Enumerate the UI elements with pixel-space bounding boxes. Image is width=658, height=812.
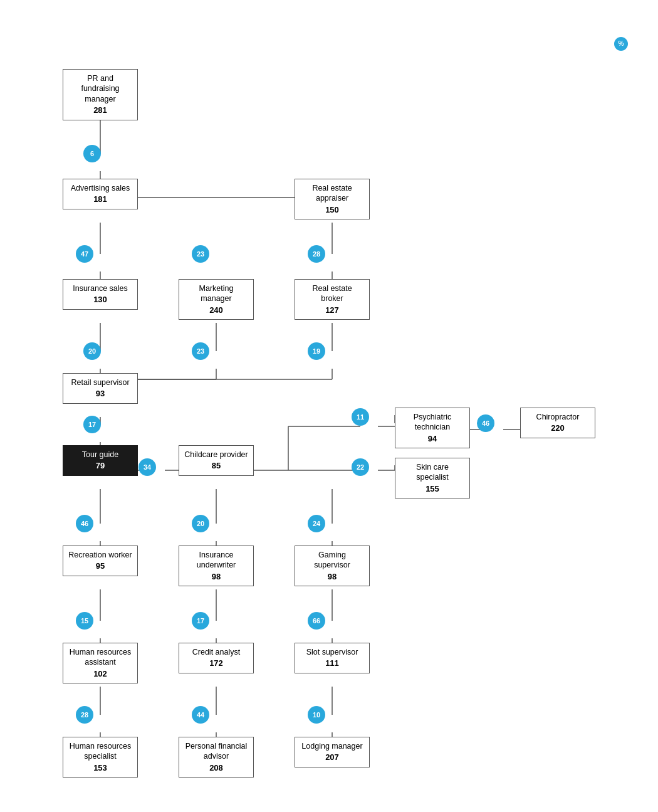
job-salary-lodging: 207 (300, 752, 364, 763)
job-name-pr: PR and fundraising manager (68, 73, 132, 104)
connector-c4: 28 (308, 245, 325, 263)
connector-c8: 17 (83, 416, 101, 433)
connector-c10: 11 (352, 408, 369, 426)
job-salary-skin: 155 (400, 484, 464, 495)
job-name-retail: Retail supervisor (68, 377, 132, 388)
job-box-pfa: Personal financial advisor208 (179, 737, 254, 778)
job-box-psych: Psychiatric technician94 (395, 408, 470, 448)
job-name-tour: Tour guide (68, 450, 132, 460)
job-box-adv: Advertising sales181 (63, 179, 138, 209)
connector-c3: 23 (192, 245, 209, 263)
job-box-real_broker: Real estate broker127 (295, 279, 370, 320)
job-name-psych: Psychiatric technician (400, 412, 464, 433)
connector-c1: 6 (83, 145, 101, 162)
job-name-lodging: Lodging manager (300, 741, 364, 751)
job-box-pr: PR and fundraising manager281 (63, 69, 138, 120)
job-box-ins: Insurance sales130 (63, 279, 138, 310)
job-salary-retail: 93 (68, 389, 132, 399)
job-name-chiro: Chiropractor (526, 412, 590, 422)
job-name-child: Childcare provider (184, 450, 248, 460)
job-salary-pr: 281 (68, 105, 132, 116)
job-name-skin: Skin care specialist (400, 462, 464, 483)
job-box-tour: Tour guide79 (63, 445, 138, 476)
connector-c9: 34 (138, 458, 156, 476)
connector-c19: 28 (76, 706, 93, 724)
job-salary-real_appraiser: 150 (300, 205, 364, 216)
job-name-hr_asst: Human resources assistant (68, 647, 132, 668)
job-box-retail: Retail supervisor93 (63, 373, 138, 404)
job-box-hr_asst: Human resources assistant102 (63, 643, 138, 683)
connector-c18: 66 (308, 612, 325, 630)
job-box-gaming: Gaming supervisor98 (295, 546, 370, 586)
job-salary-ins: 130 (68, 295, 132, 305)
connector-c14: 20 (192, 515, 209, 532)
job-name-mkt: Marketing manager (184, 283, 248, 304)
job-name-pfa: Personal financial advisor (184, 741, 248, 762)
job-salary-gaming: 98 (300, 572, 364, 583)
job-salary-hr_spec: 153 (68, 763, 132, 774)
job-box-lodging: Lodging manager207 (295, 737, 370, 767)
job-box-chiro: Chiropractor220 (520, 408, 595, 438)
connector-c7: 19 (308, 342, 325, 360)
job-box-rec: Recreation worker95 (63, 546, 138, 576)
connector-c11: 46 (477, 414, 494, 432)
job-salary-ins_under: 98 (184, 572, 248, 583)
job-salary-adv: 181 (68, 194, 132, 205)
job-salary-child: 85 (184, 461, 248, 472)
job-name-ins_under: Insurance underwriter (184, 550, 248, 571)
job-box-real_appraiser: Real estate appraiser150 (295, 179, 370, 219)
job-salary-mkt: 240 (184, 305, 248, 316)
connector-c6: 23 (192, 342, 209, 360)
connector-c16: 15 (76, 612, 93, 630)
connector-c15: 24 (308, 515, 325, 532)
job-name-adv: Advertising sales (68, 183, 132, 193)
job-box-ins_under: Insurance underwriter98 (179, 546, 254, 586)
job-name-real_appraiser: Real estate appraiser (300, 183, 364, 204)
job-box-hr_spec: Human resources specialist153 (63, 737, 138, 778)
job-name-hr_spec: Human resources specialist (68, 741, 132, 762)
job-box-child: Childcare provider85 (179, 445, 254, 476)
connector-c21: 10 (308, 706, 325, 724)
job-box-credit: Credit analyst172 (179, 643, 254, 673)
connector-c20: 44 (192, 706, 209, 724)
job-salary-chiro: 220 (526, 423, 590, 434)
connector-c12: 22 (352, 458, 369, 476)
job-salary-rec: 95 (68, 561, 132, 572)
job-box-slot: Slot supervisor111 (295, 643, 370, 673)
job-salary-hr_asst: 102 (68, 669, 132, 680)
connector-c17: 17 (192, 612, 209, 630)
job-salary-credit: 172 (184, 658, 248, 669)
job-salary-real_broker: 127 (300, 305, 364, 316)
job-name-gaming: Gaming supervisor (300, 550, 364, 571)
job-salary-pfa: 208 (184, 763, 248, 774)
job-name-ins: Insurance sales (68, 283, 132, 293)
connector-c5: 20 (83, 342, 101, 360)
job-name-slot: Slot supervisor (300, 647, 364, 657)
job-box-skin: Skin care specialist155 (395, 458, 470, 498)
job-salary-slot: 111 (300, 658, 364, 669)
diagram: PR and fundraising manager281Advertising… (25, 31, 620, 803)
job-name-real_broker: Real estate broker (300, 283, 364, 304)
job-name-credit: Credit analyst (184, 647, 248, 657)
job-name-rec: Recreation worker (68, 550, 132, 560)
job-salary-psych: 94 (400, 434, 464, 445)
job-salary-tour: 79 (68, 461, 132, 472)
connector-c13: 46 (76, 515, 93, 532)
connector-c2: 47 (76, 245, 93, 263)
job-box-mkt: Marketing manager240 (179, 279, 254, 320)
